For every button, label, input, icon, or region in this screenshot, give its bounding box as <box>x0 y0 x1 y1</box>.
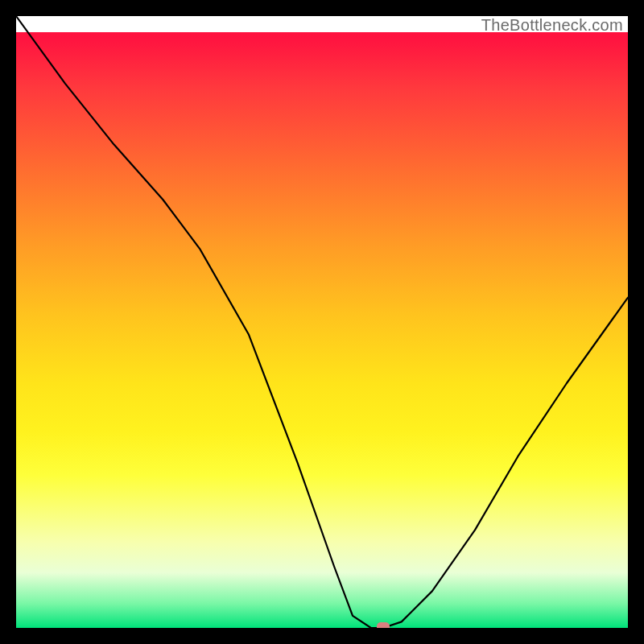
chart-frame: TheBottleneck.com <box>0 0 644 644</box>
bottleneck-curve <box>16 16 628 628</box>
curve-layer <box>16 16 628 628</box>
optimal-marker <box>377 622 390 628</box>
plot-area: TheBottleneck.com <box>16 16 628 628</box>
